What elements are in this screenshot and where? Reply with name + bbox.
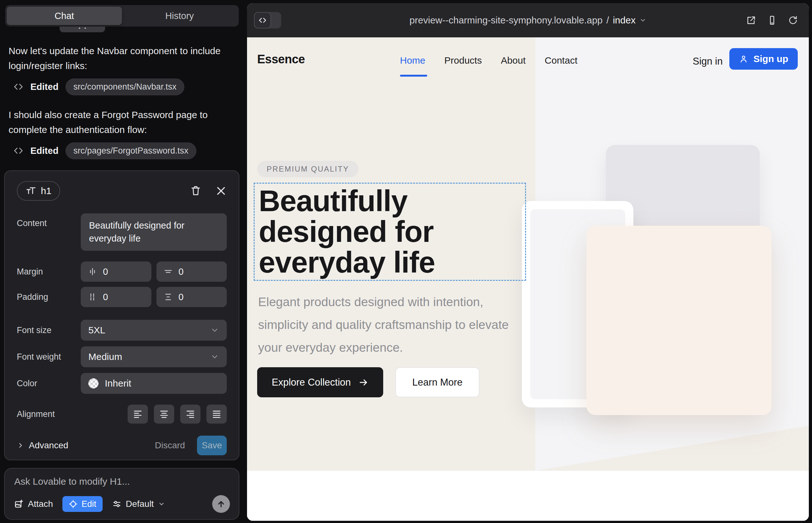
site-logo[interactable]: Essence — [257, 53, 305, 66]
url-separator: / — [606, 15, 609, 26]
selected-element-pill[interactable]: h1 — [17, 181, 60, 201]
chevron-down-icon — [210, 353, 219, 361]
hero-heading-line: designed for — [259, 216, 435, 247]
element-tag-label: h1 — [41, 185, 51, 196]
url-domain: preview--charming-site-symphony.lovable.… — [409, 15, 603, 26]
padding-vertical-value: 0 — [179, 292, 184, 302]
app-window: Chat History Now let's update the Navbar… — [0, 0, 812, 523]
panel-tabbar: Chat History — [5, 5, 239, 26]
code-icon — [259, 16, 267, 24]
explore-collection-button[interactable]: Explore Collection — [257, 367, 383, 397]
save-button[interactable]: Save — [197, 436, 227, 455]
font-size-row: Font size 5XL — [17, 320, 227, 341]
preview-pane: preview--charming-site-symphony.lovable.… — [247, 3, 809, 521]
tab-chat[interactable]: Chat — [7, 7, 122, 25]
refresh-icon[interactable] — [788, 15, 798, 25]
code-preview-toggle — [254, 12, 281, 29]
padding-vertical-input[interactable]: 0 — [156, 287, 227, 307]
align-center-icon — [159, 409, 169, 419]
nav-link-home[interactable]: Home — [400, 55, 425, 66]
padding-row: Padding 0 0 — [17, 287, 227, 307]
sliders-icon — [112, 499, 122, 509]
font-weight-value: Medium — [88, 351, 122, 362]
align-justify-button[interactable] — [207, 404, 227, 423]
sign-up-label: Sign up — [754, 54, 788, 64]
model-default-dropdown[interactable]: Default — [112, 499, 165, 509]
tab-history[interactable]: History — [122, 7, 237, 25]
preview-url[interactable]: preview--charming-site-symphony.lovable.… — [409, 15, 646, 26]
hero-heading[interactable]: Beautifully designed for everyday life — [259, 185, 435, 278]
margin-label: Margin — [17, 267, 81, 277]
align-right-button[interactable] — [180, 404, 200, 423]
margin-vertical-input[interactable]: 0 — [156, 262, 227, 282]
align-right-icon — [185, 409, 195, 419]
align-left-icon — [133, 409, 143, 419]
font-size-select[interactable]: 5XL — [81, 320, 227, 341]
nav-link-contact[interactable]: Contact — [545, 55, 577, 66]
send-button[interactable] — [212, 495, 230, 513]
edited-label: Edited — [30, 82, 58, 92]
preview-browser-bar: preview--charming-site-symphony.lovable.… — [247, 3, 809, 37]
edit-mode-button[interactable]: Edit — [63, 496, 103, 512]
hero-heading-line: everyday life — [259, 247, 435, 278]
attach-button[interactable]: Attach — [14, 499, 53, 509]
attach-image-icon — [14, 499, 24, 509]
sign-up-button[interactable]: Sign up — [729, 48, 798, 70]
composer-input[interactable] — [14, 476, 230, 487]
element-editor-panel: h1 Content Beautifully designed for ever… — [4, 170, 240, 460]
margin-horizontal-input[interactable]: 0 — [81, 262, 152, 282]
padding-horizontal-input[interactable]: 0 — [81, 287, 152, 307]
attach-label: Attach — [28, 499, 53, 509]
sign-in-link[interactable]: Sign in — [693, 56, 723, 67]
editor-footer: Advanced Discard Save — [17, 436, 227, 455]
nav-link-products[interactable]: Products — [444, 55, 482, 66]
align-justify-icon — [212, 409, 222, 419]
discard-button[interactable]: Discard — [155, 440, 185, 451]
edit-label: Edit — [82, 499, 96, 509]
font-weight-label: Font weight — [17, 352, 81, 362]
code-view-button[interactable] — [254, 12, 271, 29]
edited-file-chip[interactable]: src/components/Navbar.tsx — [66, 78, 184, 95]
margin-vertical-value: 0 — [179, 267, 184, 277]
edited-file-row: Edited src/pages/ForgotPassword.tsx — [13, 142, 196, 160]
mobile-view-icon[interactable] — [767, 15, 777, 25]
default-label: Default — [126, 499, 154, 509]
chat-composer: Attach Edit Default — [4, 468, 240, 520]
code-icon — [13, 82, 23, 92]
color-select[interactable]: Inherit — [81, 373, 227, 394]
chevron-down-icon — [210, 326, 219, 335]
color-label: Color — [17, 379, 81, 389]
advanced-expander[interactable]: Advanced — [17, 440, 68, 451]
alignment-label: Alignment — [17, 409, 81, 419]
content-textarea[interactable]: Beautifully designed for everyday life — [81, 213, 227, 251]
color-row: Color Inherit — [17, 373, 227, 394]
open-in-new-tab-icon[interactable] — [746, 15, 756, 25]
chevron-down-icon — [639, 17, 646, 24]
delete-element-icon[interactable] — [190, 185, 201, 197]
edited-label: Edited — [30, 146, 58, 156]
alignment-row: Alignment — [17, 404, 227, 423]
margin-horizontal-value: 0 — [103, 267, 108, 277]
active-nav-underline — [400, 75, 427, 77]
padding-label: Padding — [17, 292, 81, 302]
lovable-side-panel: Chat History Now let's update the Navbar… — [0, 0, 246, 523]
align-left-button[interactable] — [128, 404, 148, 423]
font-size-label: Font size — [17, 325, 81, 335]
premium-quality-badge: PREMIUM QUALITY — [257, 161, 358, 177]
nav-link-about[interactable]: About — [501, 55, 525, 66]
close-icon[interactable] — [215, 185, 227, 197]
site-viewport: Essence Home Products About Contact Sign… — [247, 37, 809, 521]
margin-row: Margin 0 0 — [17, 262, 227, 282]
content-row: Content Beautifully designed for everyda… — [17, 213, 227, 251]
font-weight-select[interactable]: Medium — [81, 346, 227, 367]
margin-horizontal-icon — [88, 267, 97, 276]
margin-vertical-icon — [163, 267, 173, 276]
arrow-right-icon — [358, 377, 369, 387]
color-swatch — [88, 378, 99, 389]
assistant-message: I should also create a Forgot Password p… — [8, 107, 235, 137]
scrolled-chip-partial — [59, 26, 105, 32]
learn-more-button[interactable]: Learn More — [395, 367, 480, 397]
edited-file-chip[interactable]: src/pages/ForgotPassword.tsx — [66, 142, 196, 159]
align-center-button[interactable] — [154, 404, 174, 423]
hero-heading-line: Beautifully — [259, 185, 435, 216]
